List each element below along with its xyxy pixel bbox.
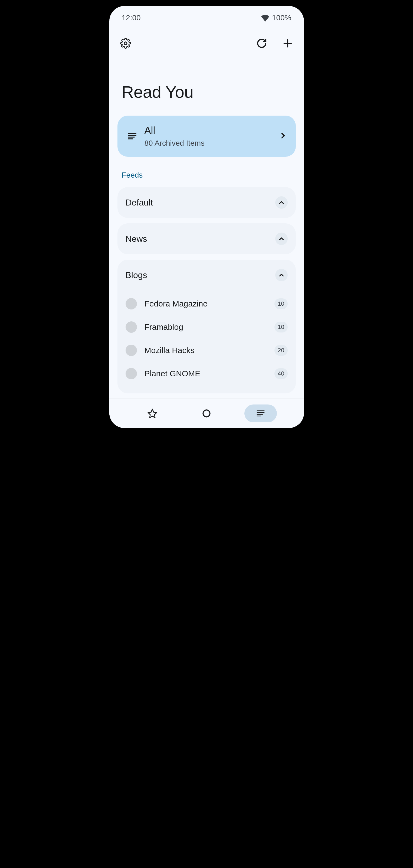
feed-item[interactable]: Planet GNOME40 (126, 362, 288, 385)
all-card-subtitle: 80 Archived Items (145, 139, 279, 148)
svg-point-1 (203, 410, 210, 417)
feed-group-header[interactable]: News (118, 223, 296, 254)
feed-count-badge: 10 (275, 298, 287, 309)
feed-name: Framablog (137, 322, 275, 332)
bottom-nav (109, 398, 304, 428)
feed-avatar (126, 298, 137, 309)
refresh-icon (256, 38, 267, 49)
clock-text: 12:00 (122, 13, 141, 22)
nav-all[interactable] (244, 404, 277, 422)
feed-count-badge: 10 (275, 322, 287, 333)
expand-toggle[interactable] (275, 196, 288, 209)
chevron-right-icon (279, 131, 288, 140)
chevron-up-icon (278, 199, 285, 206)
feed-group: Default (118, 187, 296, 218)
subject-icon (255, 408, 266, 418)
svg-point-0 (124, 42, 127, 45)
feed-group: BlogsFedora Magazine10Framablog10Mozilla… (118, 260, 296, 393)
wifi-icon (261, 14, 269, 22)
feed-avatar (126, 321, 137, 333)
feed-group-name: Default (126, 198, 153, 208)
feed-group-name: News (126, 234, 147, 244)
feed-count-badge: 40 (275, 368, 287, 379)
app-toolbar (109, 37, 304, 50)
settings-button[interactable] (119, 37, 132, 50)
nav-unread[interactable] (190, 404, 223, 422)
subject-icon (127, 131, 138, 142)
feed-name: Fedora Magazine (137, 299, 275, 308)
gear-icon (120, 38, 131, 49)
feed-item[interactable]: Fedora Magazine10 (126, 292, 288, 315)
feed-name: Mozilla Hacks (137, 346, 275, 355)
nav-starred[interactable] (136, 404, 169, 422)
expand-toggle[interactable] (275, 232, 288, 245)
feed-group-header[interactable]: Default (118, 187, 296, 218)
expand-toggle[interactable] (275, 269, 288, 281)
feed-avatar (126, 345, 137, 356)
star-icon (147, 408, 158, 418)
feeds-section-label: Feeds (109, 171, 304, 180)
chevron-up-icon (278, 235, 285, 242)
feed-name: Planet GNOME (137, 369, 275, 378)
add-button[interactable] (281, 37, 294, 50)
circle-icon (201, 408, 212, 418)
feed-groups: DefaultNewsBlogsFedora Magazine10Framabl… (109, 187, 304, 399)
page-title: Read You (109, 82, 304, 101)
feed-group-header[interactable]: Blogs (118, 260, 296, 290)
battery-text: 100% (272, 13, 291, 22)
feed-group: News (118, 223, 296, 254)
feed-item[interactable]: Framablog10 (126, 315, 288, 339)
plus-icon (282, 38, 293, 49)
all-items-card[interactable]: All 80 Archived Items (118, 116, 296, 157)
feed-group-name: Blogs (126, 270, 147, 280)
feed-list: Fedora Magazine10Framablog10Mozilla Hack… (118, 290, 296, 393)
feed-avatar (126, 368, 137, 379)
status-bar: 12:00 100% (109, 10, 304, 22)
all-card-title: All (145, 125, 279, 136)
feed-count-badge: 20 (275, 345, 287, 356)
chevron-up-icon (278, 272, 285, 279)
refresh-button[interactable] (255, 37, 268, 50)
feed-item[interactable]: Mozilla Hacks20 (126, 339, 288, 362)
